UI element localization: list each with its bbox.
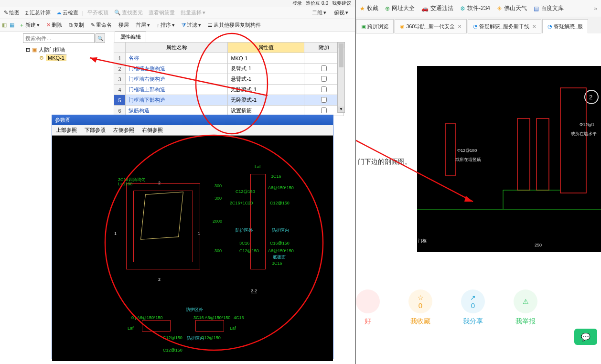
prop-value[interactable]: 无卧梁式-1 xyxy=(228,85,304,95)
cad-label: 2 xyxy=(158,181,161,185)
label: 答疑解惑_服 xyxy=(554,23,583,30)
close-icon[interactable]: ✕ xyxy=(458,24,461,29)
table-row[interactable]: 1名称MKQ-1 xyxy=(114,53,344,64)
label: 从其他楼层复制构件 xyxy=(214,21,261,29)
credits: 造价豆 0.0 xyxy=(306,0,328,7)
param-tab-right[interactable]: 右侧参照 xyxy=(138,125,167,135)
cad-label: C12@150 xyxy=(239,248,259,253)
copy-from-floor-button[interactable]: ☰从其他楼层复制构件 xyxy=(206,21,263,30)
browser-page: 门下边的剖面图。 2 Φ12@180 或所在墙竖筋 Φ12@1 或所在墙水平 门… xyxy=(356,33,601,364)
table-row[interactable]: 3门框墙右侧构造悬臂式-1 xyxy=(114,74,344,85)
rename-icon: ✎ xyxy=(91,22,95,28)
sort-button[interactable]: ↕排序 ▾ xyxy=(155,21,177,30)
bookmark-traffic[interactable]: 🚗交通违法 xyxy=(421,4,453,12)
property-tab[interactable]: 属性编辑 xyxy=(115,32,146,42)
bottom-box xyxy=(195,320,224,332)
prop-name: 门框墙右侧构造 xyxy=(126,74,228,85)
label: 佛山天气 xyxy=(504,4,527,12)
grid-icon[interactable]: ▦ xyxy=(10,22,14,28)
bookmark-sites[interactable]: ⊕网址大全 xyxy=(385,4,415,12)
svg-rect-6 xyxy=(446,123,455,176)
rename-button[interactable]: ✎重命名 xyxy=(89,21,114,30)
prop-value[interactable]: 悬臂式-1 xyxy=(228,74,304,85)
prop-value[interactable]: MKQ-1 xyxy=(228,53,304,64)
bookmark-wenku[interactable]: ▤百度文库 xyxy=(534,4,564,12)
filter-button[interactable]: ⧩过滤 ▾ xyxy=(180,21,203,30)
cad-label: 2-2 xyxy=(251,289,257,293)
cad-label: 4C16 xyxy=(234,315,244,320)
table-row-selected[interactable]: 5门框墙下部构造无卧梁式-1 xyxy=(114,95,344,106)
star-icon: ☆ xyxy=(418,294,424,301)
cloud-check-button[interactable]: ☁云检查 xyxy=(54,8,80,17)
rownum: 1 xyxy=(114,53,126,64)
chat-bubble-button[interactable]: 💬 xyxy=(574,329,597,345)
tab-qa1[interactable]: ◔ 答疑解惑_服务新干线✕ xyxy=(468,19,541,33)
bookmark-software[interactable]: ⚙软件-234 xyxy=(460,4,490,12)
cad-label: 防护区外 xyxy=(186,307,203,313)
label: 收藏 xyxy=(367,4,378,12)
rownum: 3 xyxy=(114,74,126,85)
draw-button[interactable]: ✎绘图 xyxy=(2,8,21,17)
view-look-dropdown[interactable]: 俯视 ▾ xyxy=(332,8,350,17)
suggest-link[interactable]: 我要建议 xyxy=(332,0,351,7)
svg-rect-7 xyxy=(517,118,530,190)
tree-child[interactable]: ⚙ MKQ-1 xyxy=(26,54,66,62)
delete-button[interactable]: ✕删除 xyxy=(44,21,64,30)
count: 0 xyxy=(419,301,422,310)
search-input[interactable] xyxy=(23,33,95,43)
gear-icon: ⚙ xyxy=(39,55,44,61)
cad-label: 3C16 A6@150*150 xyxy=(193,315,230,320)
delete-icon: ✕ xyxy=(46,22,51,28)
label: 云检查 xyxy=(63,9,78,16)
sigma-icon: Σ xyxy=(25,10,29,16)
param-tab-bottom[interactable]: 下部参照 xyxy=(81,125,109,135)
site-icon: ◔ xyxy=(547,23,552,30)
table-row[interactable]: 2门框墙左侧构造悬臂式-1 xyxy=(114,64,344,74)
svg-rect-8 xyxy=(537,118,549,190)
prop-value[interactable]: 无卧梁式-1 xyxy=(228,95,304,106)
batch-button: 批量选择 ▾ xyxy=(179,8,207,17)
cad-label: C12@150 xyxy=(236,189,255,194)
label: 复制 xyxy=(74,21,84,29)
prop-name: 门框墙上部构造 xyxy=(126,85,228,95)
cad-label: 或所在墙竖筋 xyxy=(455,157,481,163)
cad-label: 底板面 xyxy=(273,254,286,260)
cad-label: A6@150*150 xyxy=(268,185,294,190)
tab-360[interactable]: ◉ 360导航_新一代安全✕ xyxy=(395,19,467,33)
bookmark-weather[interactable]: ☀佛山天气 xyxy=(497,4,527,12)
view-2d-dropdown[interactable]: 二维 ▾ xyxy=(310,8,328,17)
prop-value[interactable]: 悬臂式-1 xyxy=(228,64,304,74)
search-button[interactable]: 🔍 xyxy=(96,33,105,43)
param-tab-top[interactable]: 上部参照 xyxy=(52,125,81,135)
collapse-icon[interactable]: ⊟ xyxy=(26,47,30,53)
action-share[interactable]: ↗0 我分享 xyxy=(461,289,485,326)
param-tab-left[interactable]: 左侧参照 xyxy=(109,125,138,135)
property-scrollbar[interactable]: ▲ ▼ xyxy=(337,42,345,113)
scroll-thumb[interactable] xyxy=(339,43,343,67)
copy-button[interactable]: ⧉复制 xyxy=(67,21,86,30)
new-button[interactable]: ＋新建 ▾ xyxy=(17,21,42,30)
collapse-icon[interactable]: ◧ xyxy=(2,22,7,28)
cad-label: Laf xyxy=(128,326,134,331)
param-canvas[interactable]: 2C16四角均匀 L=1100 2 1 1 2 Laf 3C16 C12@150… xyxy=(52,136,333,361)
tab-qa2-active[interactable]: ◔ 答疑解惑_服 xyxy=(542,19,588,33)
find-button: 🔍查找图元 xyxy=(112,8,145,17)
tree-root[interactable]: ⊟ ▣ 人防门框墙 xyxy=(26,46,66,54)
bookmark-fav[interactable]: ★收藏 xyxy=(360,4,378,12)
scroll-down-icon[interactable]: ▼ xyxy=(338,107,344,112)
more-icon[interactable]: » xyxy=(594,5,597,12)
close-icon[interactable]: ✕ xyxy=(532,24,536,29)
table-row[interactable]: 4门框墙上部构造无卧梁式-1 xyxy=(114,85,344,95)
col-value: 属性值 xyxy=(228,43,304,53)
action-report[interactable]: ⚠ 我举报 xyxy=(514,289,537,326)
bookmarks-bar: ★收藏 ⊕网址大全 🚗交通违法 ⚙软件-234 ☀佛山天气 ▤百度文库 » xyxy=(356,0,601,17)
cad-label: 1 xyxy=(198,231,200,236)
action-good[interactable]: 好 xyxy=(356,289,380,326)
tree-root-label: 人防门框墙 xyxy=(39,46,65,54)
login-link[interactable]: 登录 xyxy=(292,0,302,7)
floor-select[interactable]: 首层 ▾ xyxy=(134,21,152,30)
label: 网址大全 xyxy=(392,4,415,12)
sum-button[interactable]: Σ汇总计算 xyxy=(23,8,53,17)
tab-cross-screen[interactable]: ▣ 跨屏浏览 xyxy=(356,19,394,33)
action-fav[interactable]: ☆0 我收藏 xyxy=(408,289,432,326)
